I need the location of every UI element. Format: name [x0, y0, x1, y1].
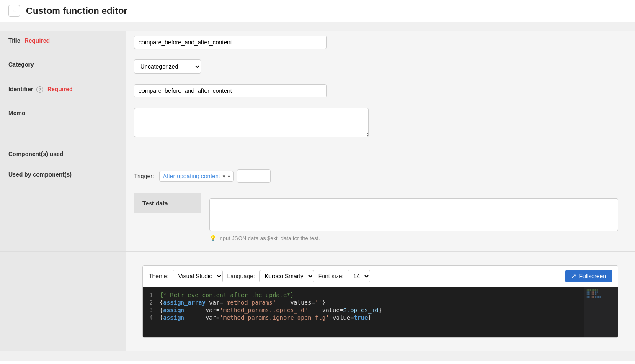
identifier-label-cell: Identifier ? Required	[0, 79, 126, 103]
category-label-cell: Category	[0, 54, 126, 79]
fullscreen-label: Fullscreen	[579, 273, 606, 279]
used-by-value-cell: Trigger: After updating content ▼ ▾	[126, 164, 635, 188]
identifier-label: Identifier	[8, 86, 33, 92]
form-table: Title Required Category Uncategorized Id…	[0, 31, 635, 351]
fullscreen-icon: ⤢	[571, 273, 576, 279]
trigger-extra-input[interactable]	[237, 169, 271, 183]
used-by-label: Used by component(s)	[8, 171, 72, 178]
chevron-down-icon-2: ▾	[228, 174, 230, 179]
code-line-2: 2 {assign_array var='method_params' valu…	[143, 299, 618, 306]
test-data-hint-text: Input JSON data as $ext_data for the tes…	[218, 235, 320, 241]
line-num-4: 4	[143, 314, 160, 321]
code-content-3: {assign var='method_params.topics_id' va…	[160, 307, 618, 313]
category-select[interactable]: Uncategorized	[134, 59, 201, 74]
category-label: Category	[8, 61, 34, 68]
components-used-row: Component(s) used	[0, 144, 635, 164]
code-content-2: {assign_array var='method_params' values…	[160, 299, 618, 306]
test-data-right: 💡 Input JSON data as $ext_data for the t…	[201, 193, 627, 246]
trigger-select[interactable]: After updating content ▼ ▾	[159, 171, 234, 182]
identifier-help-icon[interactable]: ?	[36, 86, 43, 93]
test-data-label: Test data	[134, 193, 201, 213]
title-label: Title	[8, 37, 21, 44]
language-select[interactable]: Kuroco Smarty	[259, 270, 314, 282]
memo-textarea[interactable]	[134, 108, 369, 137]
identifier-value-cell	[126, 79, 635, 103]
language-label: Language:	[227, 273, 255, 279]
components-used-label-cell: Component(s) used	[0, 144, 126, 164]
trigger-value: After updating content	[163, 173, 220, 179]
memo-label-cell: Memo	[0, 103, 126, 144]
trigger-label: Trigger:	[134, 173, 154, 179]
line-num-2: 2	[143, 299, 160, 306]
components-used-label: Component(s) used	[8, 151, 63, 157]
identifier-row: Identifier ? Required	[0, 79, 635, 103]
editor-toolbar: Theme: Visual Studio Language: Kuroco Sm…	[143, 266, 618, 287]
editor-section: Theme: Visual Studio Language: Kuroco Sm…	[142, 265, 618, 338]
code-line-1: 1 {* Retrieve content after the update*}	[143, 291, 618, 299]
editor-row: Theme: Visual Studio Language: Kuroco Sm…	[0, 252, 635, 351]
content-area: Title Required Category Uncategorized Id…	[0, 22, 635, 361]
code-editor[interactable]: 1 {* Retrieve content after the update*}…	[143, 287, 618, 337]
theme-label: Theme:	[149, 273, 168, 279]
used-by-label-cell: Used by component(s)	[0, 164, 126, 188]
components-used-value-cell	[126, 144, 635, 164]
memo-row: Memo	[0, 103, 635, 144]
identifier-required: Required	[47, 86, 73, 92]
header: ← Custom function editor	[0, 0, 635, 22]
theme-select[interactable]: Visual Studio	[173, 270, 223, 282]
category-value-cell: Uncategorized	[126, 54, 635, 79]
line-num-1: 1	[143, 292, 160, 298]
identifier-input[interactable]	[134, 84, 327, 97]
title-label-cell: Title Required	[0, 31, 126, 54]
fontsize-select[interactable]: 14	[348, 270, 370, 282]
trigger-row: Trigger: After updating content ▼ ▾	[134, 169, 627, 183]
title-input[interactable]	[134, 36, 327, 49]
code-content-1: {* Retrieve content after the update*}	[160, 292, 618, 298]
test-data-textarea[interactable]	[209, 198, 618, 231]
test-data-hint-row: 💡 Input JSON data as $ext_data for the t…	[209, 235, 618, 241]
code-line-3: 3 {assign var='method_params.topics_id' …	[143, 306, 618, 314]
test-data-inner: Test data 💡 Input JSON data as $ext_data…	[134, 193, 627, 246]
line-num-3: 3	[143, 307, 160, 313]
minimap: ▌▌▌▌▌▌▌▌▌▌▌▌ ▌▌▌▌ ▌▌▌ ▌▌▌ ▌▌▌▌ ▌▌▌ ▌▌ ▌▌…	[584, 287, 618, 337]
memo-value-cell	[126, 103, 635, 144]
test-data-label-cell	[0, 188, 126, 252]
title-row: Title Required	[0, 31, 635, 54]
category-row: Category Uncategorized	[0, 54, 635, 79]
back-button[interactable]: ←	[8, 5, 20, 17]
memo-label: Memo	[8, 110, 25, 116]
chevron-down-icon: ▼	[222, 174, 226, 179]
minimap-content: ▌▌▌▌▌▌▌▌▌▌▌▌ ▌▌▌▌ ▌▌▌ ▌▌▌ ▌▌▌▌ ▌▌▌ ▌▌ ▌▌…	[584, 287, 618, 300]
fontsize-label: Font size:	[318, 273, 344, 279]
test-data-row-outer: Test data 💡 Input JSON data as $ext_data…	[0, 188, 635, 252]
hint-icon: 💡	[209, 235, 217, 241]
code-line-4: 4 {assign var='method_params.ignore_open…	[143, 314, 618, 321]
test-data-value-cell: Test data 💡 Input JSON data as $ext_data…	[126, 188, 635, 252]
editor-label-cell	[0, 252, 126, 351]
fullscreen-button[interactable]: ⤢ Fullscreen	[565, 270, 612, 282]
used-by-row: Used by component(s) Trigger: After upda…	[0, 164, 635, 188]
title-value-cell	[126, 31, 635, 54]
editor-value-cell: Theme: Visual Studio Language: Kuroco Sm…	[126, 252, 635, 351]
page-title: Custom function editor	[26, 5, 127, 16]
code-content-4: {assign var='method_params.ignore_open_f…	[160, 314, 618, 321]
title-required: Required	[24, 37, 50, 44]
